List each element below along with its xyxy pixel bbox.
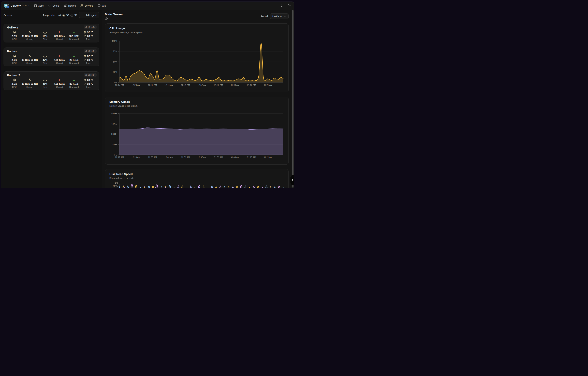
drive-icon — [43, 78, 47, 82]
disk-read-speed-card: Disk Read Speed Disk read speed by devic… — [105, 169, 289, 188]
svg-text:12:51 AM: 12:51 AM — [181, 156, 190, 158]
globe-icon — [105, 17, 108, 20]
radio-unselected-icon — [70, 14, 73, 17]
drive-icon — [43, 31, 47, 34]
last-update-badge: @ 16:16:24 — [84, 49, 97, 53]
nav-item-apps[interactable]: Apps — [34, 4, 44, 7]
svg-text:12:35 AM: 12:35 AM — [148, 156, 157, 158]
panel-title: Servers — [3, 14, 12, 17]
last-update-badge: @ 16:16:24 — [84, 73, 97, 77]
activity-icon — [28, 78, 31, 82]
cpu-icon — [84, 79, 86, 81]
scrollbar-thumb[interactable] — [292, 10, 293, 188]
last-update-badge: @ 16:16:24 — [84, 25, 97, 29]
svg-text:12:26 AM: 12:26 AM — [131, 156, 140, 158]
logout-button[interactable] — [288, 4, 291, 7]
server-card-podman[interactable]: Podman @ 16:16:24 2.1% CPU 35 GB / 63 GB… — [3, 48, 99, 66]
gopher-mascot-icon — [4, 3, 9, 8]
drive-icon — [84, 59, 86, 61]
svg-text:28 GB: 28 GB — [111, 133, 117, 135]
metric-temp: 32 °C 38 °C Temp — [81, 54, 96, 64]
metric-download: 30 KB/s Download — [67, 78, 81, 88]
metric-cpu: 2.5% CPU — [7, 78, 21, 88]
theme-toggle-button[interactable] — [281, 4, 284, 7]
arrow-up-icon — [58, 31, 61, 34]
server-icon — [80, 4, 83, 7]
fahrenheit-radio[interactable]: °F — [70, 14, 77, 17]
nav-item-wiki[interactable]: Wiki — [98, 4, 106, 7]
arrow-down-icon — [72, 78, 76, 82]
svg-text:12:57 AM: 12:57 AM — [198, 156, 206, 158]
svg-text:100%: 100% — [112, 40, 117, 42]
nav-menu: AppsConfigRoutesServersWiki — [34, 4, 106, 7]
nav-item-label: Wiki — [102, 4, 106, 7]
period-control: Period Last hour — [261, 13, 289, 19]
nav-item-servers[interactable]: Servers — [80, 4, 93, 7]
celsius-radio[interactable]: °C — [62, 14, 69, 17]
metric-disk: 41% Disk — [38, 78, 52, 88]
metric-upload: 129 KB/s Upload — [52, 54, 67, 64]
plus-icon — [82, 14, 85, 17]
add-agent-button[interactable]: Add agent — [79, 12, 99, 18]
svg-text:14 GB: 14 GB — [111, 143, 117, 146]
svg-text:MB/s: MB/s — [113, 185, 118, 187]
svg-text:12:57 AM: 12:57 AM — [198, 84, 206, 86]
radio-selected-icon — [62, 14, 65, 17]
temperature-unit-label: Temperature Unit — [43, 14, 61, 17]
svg-text:56 GB: 56 GB — [111, 112, 117, 115]
svg-text:01:21 AM: 01:21 AM — [264, 84, 272, 86]
nav-item-label: Apps — [38, 4, 44, 7]
collapse-panel-tab[interactable] — [290, 175, 294, 185]
metric-memory: 35 GB / 63 GB Memory — [21, 30, 38, 41]
metric-disk: 47% Disk — [38, 54, 52, 64]
nav-item-config[interactable]: Config — [48, 4, 59, 7]
svg-text:0%: 0% — [114, 81, 117, 84]
brand-name: GoDoxy — [11, 4, 21, 7]
svg-text:75%: 75% — [113, 50, 117, 52]
fahrenheit-label: °F — [74, 14, 77, 17]
plus-icon — [82, 14, 85, 17]
cpu-usage-card: CPU Usage Average CPU usage of the syste… — [105, 23, 289, 92]
activity-icon — [28, 31, 31, 34]
drive-icon — [84, 83, 86, 85]
svg-text:12:17 AM: 12:17 AM — [115, 156, 124, 158]
drive-icon — [84, 35, 86, 37]
metric-disk: 16% Disk — [38, 30, 52, 41]
arrow-down-icon — [72, 31, 76, 34]
celsius-label: °C — [66, 14, 69, 17]
code-icon — [48, 4, 51, 7]
nav-item-label: Config — [53, 4, 59, 7]
content-area: Servers Temperature Unit °C °F Add agent — [1, 10, 294, 188]
temperature-unit-group: Temperature Unit °C °F — [43, 14, 77, 17]
cpu-icon — [84, 31, 86, 33]
nav-item-routes[interactable]: Routes — [64, 4, 76, 7]
nav-item-label: Servers — [85, 4, 93, 7]
cpu-icon — [13, 78, 16, 82]
svg-text:01:21 AM: 01:21 AM — [264, 156, 272, 158]
server-name: Podman2 — [7, 73, 96, 78]
nav-item-label: Routes — [68, 4, 76, 7]
chevdown-icon — [284, 15, 286, 18]
disk-read-speed-chart: 1/2MB/s — [105, 169, 289, 188]
svg-text:0 B: 0 B — [114, 154, 117, 156]
metric-memory: 35 GB / 63 GB Memory — [21, 78, 38, 88]
metric-upload: 335 KB/s Upload — [52, 30, 67, 41]
app-window: GoDoxy v0.18.0 AppsConfigRoutesServersWi… — [1, 1, 294, 188]
cpu-usage-chart: 100%75%50%25%0%12:17 AM12:26 AM12:35 AM1… — [105, 24, 289, 92]
server-card-podman2[interactable]: Podman2 @ 16:16:24 2.5% CPU 35 GB / 63 G… — [3, 72, 99, 90]
svg-text:12:17 AM: 12:17 AM — [115, 84, 124, 86]
metric-download: 232 KB/s Download — [67, 30, 81, 41]
metric-cpu: 2.2% CPU — [7, 30, 21, 41]
servers-panel: Servers Temperature Unit °C °F Add agent — [1, 10, 102, 188]
svg-text:01:15 AM: 01:15 AM — [247, 156, 256, 158]
page-scrollbar[interactable] — [292, 10, 294, 188]
server-card-godoxy[interactable]: GoDoxy @ 16:16:24 2.2% CPU 35 GB / 63 GB… — [3, 24, 99, 42]
server-name: Podman — [7, 49, 96, 54]
godoxy-logo — [4, 3, 9, 8]
arrow-up-icon — [58, 54, 61, 58]
globe-icon — [105, 17, 108, 20]
svg-text:12:51 AM: 12:51 AM — [181, 84, 190, 86]
metric-memory: 35 GB / 63 GB Memory — [21, 54, 38, 64]
period-select[interactable]: Last hour — [270, 13, 289, 19]
metric-cpu: 2.1% CPU — [7, 54, 21, 64]
